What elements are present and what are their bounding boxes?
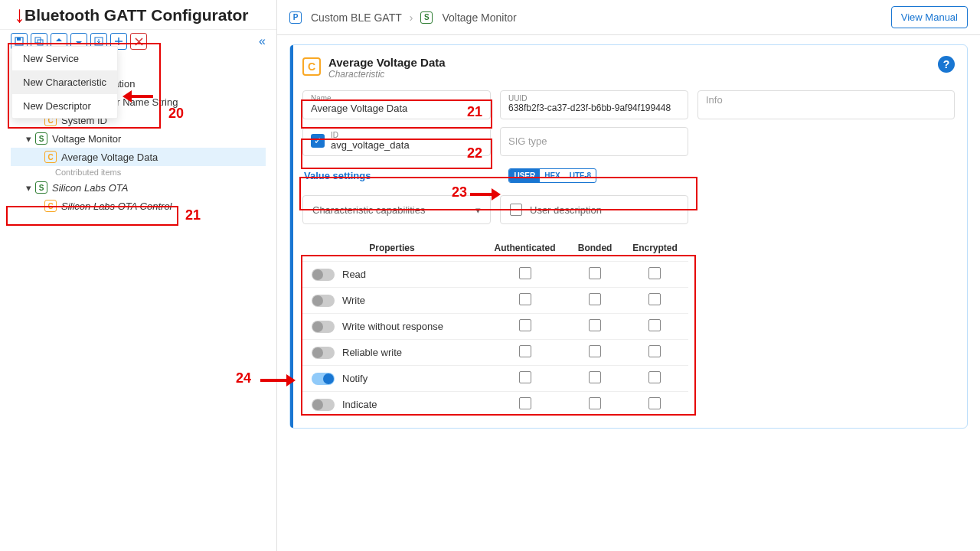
check-wwr-auth[interactable] bbox=[519, 319, 531, 331]
toolbar-delete-icon[interactable] bbox=[130, 33, 147, 50]
row-notify: Notify bbox=[302, 366, 688, 392]
service-icon: S bbox=[35, 181, 47, 194]
chevron-down-icon: ▾ bbox=[475, 204, 481, 216]
check-reliable-bonded[interactable] bbox=[589, 345, 601, 357]
check-wwr-bonded[interactable] bbox=[589, 319, 601, 331]
toggle-read[interactable] bbox=[312, 269, 335, 281]
characteristic-icon: C bbox=[44, 151, 57, 163]
breadcrumb-leaf[interactable]: S Voltage Monitor bbox=[420, 11, 516, 24]
col-bonded: Bonded bbox=[568, 235, 622, 262]
row-read: Read bbox=[302, 262, 688, 288]
col-encrypted: Encrypted bbox=[622, 235, 688, 262]
name-field[interactable]: Name Average Voltage Data bbox=[302, 90, 491, 119]
breadcrumb-root[interactable]: P Custom BLE GATT bbox=[289, 11, 402, 24]
svg-rect-1 bbox=[17, 37, 21, 41]
tree-contributed-label: Contributed items bbox=[11, 166, 276, 178]
caret-down-icon[interactable]: ▾ bbox=[23, 182, 34, 194]
check-notify-auth[interactable] bbox=[519, 371, 531, 383]
panel-subtitle: Characteristic bbox=[328, 69, 446, 80]
user-description-checkbox[interactable] bbox=[510, 204, 522, 216]
value-settings-label: Value settings bbox=[304, 170, 371, 181]
toggle-indicate[interactable] bbox=[312, 399, 335, 411]
col-properties: Properties bbox=[302, 235, 482, 262]
properties-table: Properties Authenticated Bonded Encrypte… bbox=[302, 235, 688, 417]
id-checkbox-icon[interactable]: ✓ bbox=[311, 134, 325, 148]
panel-accent-bar bbox=[290, 45, 293, 428]
uuid-field[interactable]: UUID 638fb2f3-ca37-d23f-b6bb-9af94f19944… bbox=[500, 90, 688, 119]
check-write-bonded[interactable] bbox=[589, 293, 601, 305]
toggle-reliable[interactable] bbox=[312, 347, 335, 359]
check-notify-encrypted[interactable] bbox=[648, 371, 661, 383]
id-field[interactable]: ✓ ID avg_voltage_data bbox=[302, 127, 491, 156]
check-read-bonded[interactable] bbox=[589, 267, 601, 279]
capabilities-dropdown[interactable]: Characteristic capabilities ▾ bbox=[302, 195, 491, 224]
row-write-without-response: Write without response bbox=[302, 314, 688, 340]
seg-user[interactable]: USER bbox=[509, 169, 540, 182]
check-write-encrypted[interactable] bbox=[648, 293, 661, 305]
row-reliable-write: Reliable write bbox=[302, 340, 688, 366]
tree-item-silicon-labs-ota[interactable]: ▾ S Silicon Labs OTA bbox=[11, 178, 276, 197]
characteristic-icon: C bbox=[44, 200, 57, 212]
tree-item-voltage-monitor[interactable]: ▾ S Voltage Monitor bbox=[11, 129, 276, 148]
toggle-wwr[interactable] bbox=[312, 321, 335, 333]
value-type-segmented: USER HEX UTF-8 bbox=[508, 168, 596, 183]
check-indicate-encrypted[interactable] bbox=[648, 397, 661, 409]
menu-new-descriptor[interactable]: New Descriptor bbox=[12, 94, 117, 118]
view-manual-button[interactable]: View Manual bbox=[891, 6, 968, 28]
chevron-right-icon: › bbox=[410, 11, 413, 24]
check-write-auth[interactable] bbox=[519, 293, 531, 305]
sig-type-field[interactable]: SIG type bbox=[500, 127, 688, 156]
seg-utf8[interactable]: UTF-8 bbox=[565, 169, 596, 182]
help-icon[interactable]: ? bbox=[938, 56, 955, 73]
sidebar-title: Bluetooth GATT Configurator bbox=[0, 0, 276, 29]
check-read-encrypted[interactable] bbox=[648, 267, 661, 279]
add-item-menu: New Service New Characteristic New Descr… bbox=[11, 46, 118, 119]
breadcrumb: P Custom BLE GATT › S Voltage Monitor bbox=[289, 11, 517, 24]
user-description-field[interactable]: User description bbox=[500, 195, 688, 224]
characteristic-panel: ? C Average Voltage Data Characteristic … bbox=[289, 44, 968, 429]
check-wwr-encrypted[interactable] bbox=[648, 319, 661, 331]
check-notify-bonded[interactable] bbox=[589, 371, 601, 383]
panel-title: Average Voltage Data bbox=[328, 56, 446, 69]
tree-item-average-voltage-data[interactable]: C Average Voltage Data bbox=[11, 148, 266, 166]
menu-new-characteristic[interactable]: New Characteristic bbox=[12, 70, 117, 94]
row-write: Write bbox=[302, 288, 688, 314]
service-icon: S bbox=[35, 132, 47, 145]
profile-icon: P bbox=[289, 11, 302, 24]
caret-down-icon[interactable]: ▾ bbox=[23, 133, 34, 145]
characteristic-icon: C bbox=[302, 57, 321, 76]
check-reliable-auth[interactable] bbox=[519, 345, 531, 357]
check-indicate-bonded[interactable] bbox=[589, 397, 601, 409]
tree-item-ota-control[interactable]: C Silicon Labs OTA Control bbox=[11, 197, 276, 215]
toggle-write[interactable] bbox=[312, 295, 335, 307]
check-indicate-auth[interactable] bbox=[519, 397, 531, 409]
check-read-auth[interactable] bbox=[519, 267, 531, 279]
service-icon: S bbox=[420, 11, 433, 24]
row-indicate: Indicate bbox=[302, 392, 688, 418]
seg-hex[interactable]: HEX bbox=[540, 169, 565, 182]
menu-new-service[interactable]: New Service bbox=[12, 47, 117, 70]
col-authenticated: Authenticated bbox=[482, 235, 568, 262]
toggle-notify[interactable] bbox=[312, 373, 335, 385]
collapse-sidebar-icon[interactable]: « bbox=[259, 34, 266, 48]
info-field[interactable]: Info bbox=[697, 90, 955, 119]
check-reliable-encrypted[interactable] bbox=[648, 345, 661, 357]
